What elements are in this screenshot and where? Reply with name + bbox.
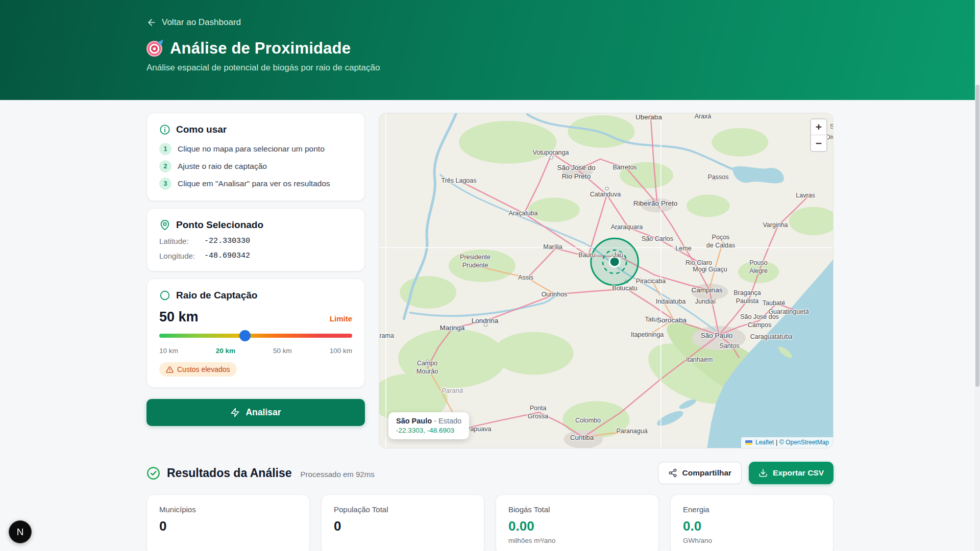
radius-tick: 50 km: [273, 347, 292, 355]
share-button[interactable]: Compartilhar: [658, 462, 742, 484]
popup-subtitle: - Estado: [432, 417, 461, 425]
map-attribution: Leaflet | © OpenStreetMap: [741, 437, 833, 448]
how-to-step: 2Ajuste o raio de captação: [159, 160, 352, 172]
zoom-out-button[interactable]: −: [811, 135, 826, 151]
longitude-value: -48.690342: [204, 252, 250, 260]
page-header: Voltar ao Dashboard Análise de Proximida…: [0, 0, 980, 100]
step-text: Ajuste o raio de captação: [178, 162, 267, 171]
stat-value: 0.00: [508, 518, 646, 534]
info-icon: [159, 124, 170, 135]
stats-row: Municípios0População Total0Biogás Total0…: [146, 494, 834, 551]
download-icon: [758, 468, 768, 478]
map-canvas: [379, 113, 833, 448]
scrollbar-track[interactable]: [975, 0, 980, 551]
map-zoom-control: + −: [810, 118, 827, 152]
stat-label: Biogás Total: [508, 505, 646, 514]
nextjs-n-logo: N: [17, 527, 24, 538]
selected-point-card: Ponto Selecionado Latitude: -22.330330 L…: [146, 208, 365, 271]
leaflet-link[interactable]: Leaflet: [755, 439, 774, 446]
page-title: Análise de Proximidade: [170, 39, 351, 58]
radius-ticks: 10 km20 km50 km100 km: [159, 347, 352, 355]
radius-slider-thumb[interactable]: [239, 330, 251, 341]
stat-label: População Total: [334, 505, 472, 514]
stat-card: População Total0: [321, 494, 484, 551]
selected-point-title: Ponto Selecionado: [176, 219, 263, 231]
stat-card: Biogás Total0.00milhões m³/ano: [496, 494, 659, 551]
how-to-step: 1Clique no mapa para selecionar um ponto: [159, 143, 352, 155]
processing-time: Processado em 92ms: [301, 470, 375, 479]
map-popup: São Paulo - Estado -22.3303, -48.6903: [388, 412, 469, 439]
map-pin-icon: [159, 219, 170, 231]
results-title: Resultados da Análise: [167, 466, 292, 480]
stat-label: Energia: [683, 505, 821, 514]
back-link-label: Voltar ao Dashboard: [162, 17, 241, 28]
share-icon: [668, 468, 677, 478]
popup-coordinates: -22.3303, -48.6903: [396, 427, 461, 434]
check-circle-icon: [146, 466, 160, 480]
zoom-in-button[interactable]: +: [811, 119, 826, 135]
zap-icon: [230, 408, 240, 417]
stat-value: 0.0: [683, 518, 821, 534]
radius-tick: 20 km: [216, 347, 235, 355]
stat-value: 0: [334, 518, 472, 534]
analyze-button-label: Analisar: [246, 407, 281, 418]
nextjs-dev-badge[interactable]: N: [9, 520, 32, 543]
export-csv-button[interactable]: Exportar CSV: [749, 462, 834, 484]
stat-card: Municípios0: [146, 494, 310, 551]
ukraine-flag-icon: [745, 440, 752, 445]
how-to-title: Como usar: [176, 124, 227, 135]
scrollbar-thumb[interactable]: [975, 85, 979, 387]
how-to-steps: 1Clique no mapa para selecionar um ponto…: [159, 143, 352, 190]
latitude-label: Latitude:: [159, 237, 204, 245]
map[interactable]: UberabaAraxáNova SerranaDivinópolisVotup…: [379, 113, 834, 448]
back-arrow-icon: [146, 17, 157, 28]
back-to-dashboard-link[interactable]: Voltar ao Dashboard: [146, 17, 241, 28]
how-to-card: Como usar 1Clique no mapa para seleciona…: [146, 113, 365, 201]
how-to-step: 3Clique em "Analisar" para ver os result…: [159, 178, 352, 190]
cost-warning-badge: Custos elevados: [159, 362, 237, 377]
stat-card: Energia0.0GWh/ano: [670, 494, 834, 551]
export-button-label: Exportar CSV: [773, 468, 824, 478]
sidebar: Como usar 1Clique no mapa para seleciona…: [146, 113, 365, 448]
analyze-button[interactable]: Analisar: [146, 399, 365, 426]
selection-radius-marker: [591, 238, 639, 285]
radius-circle-icon: [159, 290, 170, 301]
radius-value: 50 km: [159, 309, 199, 325]
step-number: 3: [159, 178, 172, 190]
popup-title: São Paulo: [396, 417, 432, 425]
radius-title: Raio de Captação: [176, 290, 257, 301]
radius-limit-label: Limite: [330, 314, 352, 323]
longitude-label: Longitude:: [159, 252, 204, 260]
radius-tick: 100 km: [330, 347, 352, 355]
stat-unit: GWh/ano: [683, 537, 821, 544]
radius-slider[interactable]: [159, 330, 352, 341]
stat-unit: milhões m³/ano: [508, 537, 646, 544]
step-number: 1: [159, 143, 172, 155]
step-text: Clique em "Analisar" para ver os resulta…: [178, 179, 330, 188]
cost-warning-label: Custos elevados: [177, 365, 230, 373]
stat-value: 0: [159, 518, 297, 534]
step-number: 2: [159, 160, 172, 172]
latitude-value: -22.330330: [204, 237, 250, 245]
radius-slider-track[interactable]: [159, 334, 352, 338]
share-button-label: Compartilhar: [682, 468, 731, 478]
stat-label: Municípios: [159, 505, 297, 514]
radius-tick: 10 km: [159, 347, 178, 355]
step-text: Clique no mapa para selecionar um ponto: [178, 144, 325, 154]
page-subtitle: Análise espacial de potencial de biogás …: [146, 63, 834, 73]
openstreetmap-link[interactable]: © OpenStreetMap: [779, 439, 829, 446]
radius-card: Raio de Captação 50 km Limite 10 km20 km…: [146, 279, 365, 388]
target-icon: [146, 41, 162, 57]
attribution-separator: |: [776, 439, 777, 446]
warning-triangle-icon: [166, 366, 174, 373]
